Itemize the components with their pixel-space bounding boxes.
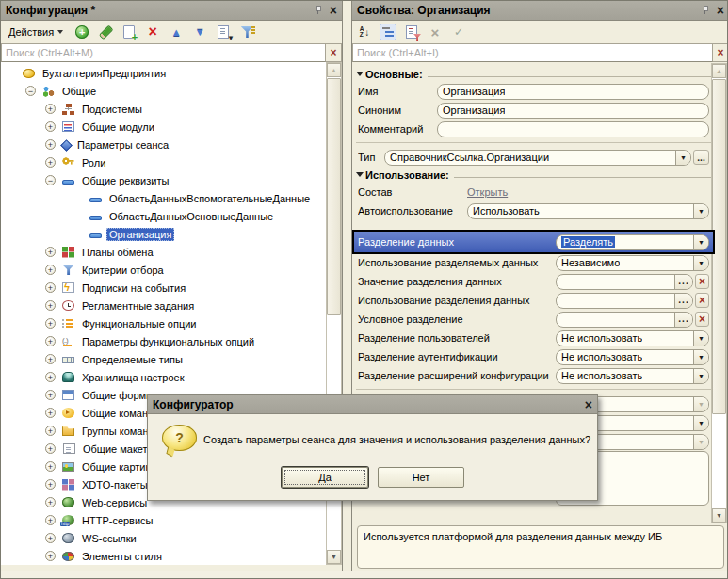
- expand-toggle-icon[interactable]: +: [45, 265, 56, 275]
- expand-toggle-icon[interactable]: −: [25, 86, 36, 96]
- property-field[interactable]: Разделять: [556, 234, 709, 250]
- expand-toggle-icon[interactable]: +: [45, 533, 56, 543]
- scroll-up-icon[interactable]: ▲: [327, 63, 341, 77]
- section-header[interactable]: Основные:: [354, 66, 713, 82]
- dropdown-arrow-icon[interactable]: [693, 369, 708, 383]
- tree-item[interactable]: −Общие: [1, 82, 327, 100]
- expand-toggle-icon[interactable]: +: [45, 461, 56, 472]
- property-field[interactable]: Организация: [437, 103, 709, 119]
- no-button[interactable]: Нет: [378, 467, 464, 488]
- clear-value-icon[interactable]: [695, 274, 709, 289]
- dropdown-arrow-icon[interactable]: [693, 256, 708, 270]
- expand-toggle-icon[interactable]: −: [45, 175, 56, 185]
- sort-az-icon[interactable]: [356, 24, 373, 40]
- expand-toggle-icon[interactable]: +: [45, 408, 56, 418]
- tree-item[interactable]: +Функциональные опции: [1, 314, 327, 332]
- expand-toggle-icon[interactable]: +: [45, 515, 56, 525]
- property-field[interactable]: Использовать: [467, 203, 709, 219]
- tree-item[interactable]: +Подписки на события: [1, 279, 327, 297]
- property-field[interactable]: СправочникСсылка.Организации: [384, 150, 691, 166]
- property-field[interactable]: [556, 274, 693, 290]
- clear-search-icon[interactable]: ×: [326, 43, 342, 62]
- scroll-up-icon[interactable]: ▲: [712, 64, 726, 78]
- tree-item[interactable]: +Планы обмена: [1, 243, 327, 261]
- tree-item[interactable]: +Роли: [1, 153, 327, 171]
- tree-item[interactable]: +ОбластьДанныхВспомогательныеДанные: [1, 189, 327, 207]
- move-down-icon[interactable]: [191, 24, 208, 40]
- expand-toggle-icon[interactable]: +: [45, 443, 56, 454]
- close-icon[interactable]: ×: [585, 398, 592, 411]
- expand-toggle-icon[interactable]: +: [45, 104, 56, 114]
- scroll-down-icon[interactable]: ▼: [327, 550, 341, 564]
- edit-icon[interactable]: [97, 24, 114, 40]
- ellipsis-button[interactable]: [674, 294, 692, 308]
- tree-item[interactable]: +Определяемые типы: [1, 350, 327, 368]
- search-input[interactable]: [1, 43, 326, 62]
- tree-item[interactable]: +HTTP-сервисы: [1, 511, 327, 529]
- scroll-down-icon[interactable]: ▼: [712, 508, 726, 523]
- copy-add-icon[interactable]: [121, 24, 138, 40]
- dropdown-arrow-icon[interactable]: [693, 204, 708, 218]
- expand-toggle-icon[interactable]: +: [45, 282, 56, 293]
- expand-toggle-icon[interactable]: +: [45, 300, 56, 311]
- section-header[interactable]: Использование:: [354, 167, 713, 183]
- property-field[interactable]: Не использовать: [556, 330, 709, 346]
- property-field[interactable]: Не использовать: [556, 349, 709, 365]
- expand-toggle-icon[interactable]: +: [45, 426, 56, 436]
- actions-menu-button[interactable]: Действия: [5, 24, 67, 40]
- clear-value-icon[interactable]: [695, 293, 709, 308]
- property-field[interactable]: Не использовать: [556, 368, 709, 384]
- clear-search-icon[interactable]: ×: [713, 43, 728, 62]
- filter-edit-icon[interactable]: [238, 24, 255, 40]
- expand-toggle-icon[interactable]: +: [45, 354, 56, 364]
- tree-item[interactable]: +Параметры сеанса: [1, 136, 327, 153]
- expand-toggle-icon[interactable]: +: [45, 551, 56, 561]
- clear-value-icon[interactable]: [695, 312, 709, 327]
- expand-toggle-icon[interactable]: +: [45, 318, 56, 329]
- dropdown-arrow-icon[interactable]: [693, 416, 708, 430]
- add-icon[interactable]: [73, 24, 90, 40]
- property-field[interactable]: [556, 293, 693, 309]
- properties-scrollbar[interactable]: ▲ ▼: [711, 63, 727, 523]
- expand-toggle-icon[interactable]: +: [45, 139, 56, 150]
- property-field[interactable]: [437, 121, 709, 137]
- tree-item[interactable]: +Регламентные задания: [1, 297, 327, 314]
- tree-item[interactable]: +WS-ссылки: [1, 529, 327, 547]
- tree-item[interactable]: +Подсистемы: [1, 100, 327, 118]
- close-icon[interactable]: ×: [717, 4, 724, 17]
- expand-toggle-icon[interactable]: +: [45, 336, 56, 346]
- scrollbar-thumb[interactable]: [327, 78, 341, 315]
- pin-icon[interactable]: [702, 6, 708, 15]
- tree-item[interactable]: −Общие реквизиты: [1, 171, 327, 189]
- ellipsis-button[interactable]: [693, 150, 709, 165]
- dropdown-arrow-icon[interactable]: [693, 331, 708, 346]
- move-up-icon[interactable]: [168, 24, 185, 40]
- expand-toggle-icon[interactable]: +: [45, 247, 56, 257]
- property-field[interactable]: [556, 312, 693, 328]
- ellipsis-button[interactable]: [674, 275, 692, 289]
- pin-icon[interactable]: [315, 6, 321, 15]
- tree-item[interactable]: +Критерии отбора: [1, 261, 327, 279]
- props-filter-icon[interactable]: [403, 24, 420, 40]
- categories-icon[interactable]: [380, 24, 396, 40]
- properties-search-input[interactable]: [352, 43, 713, 62]
- tree-item[interactable]: +БухгалтерияПредприятия: [1, 64, 327, 82]
- property-field[interactable]: Организация: [437, 84, 709, 100]
- expand-toggle-icon[interactable]: +: [45, 121, 56, 132]
- tree-item[interactable]: +Элементы стиля: [1, 547, 327, 565]
- ellipsis-button[interactable]: [674, 313, 692, 327]
- open-link[interactable]: Открыть: [467, 186, 508, 198]
- tree-item[interactable]: +Хранилища настроек: [1, 368, 327, 386]
- tree-item[interactable]: +Организация: [1, 225, 327, 243]
- expand-toggle-icon[interactable]: +: [45, 479, 56, 490]
- dropdown-arrow-icon[interactable]: [675, 151, 690, 165]
- yes-button[interactable]: Да: [282, 467, 368, 488]
- expand-toggle-icon[interactable]: +: [45, 157, 56, 168]
- dropdown-arrow-icon[interactable]: [693, 350, 708, 364]
- expand-toggle-icon[interactable]: +: [45, 372, 56, 382]
- delete-icon[interactable]: [144, 24, 161, 40]
- dropdown-arrow-icon[interactable]: [693, 235, 708, 249]
- tree-item[interactable]: +ОбластьДанныхОсновныеДанные: [1, 207, 327, 225]
- tree-item[interactable]: +Общие модули: [1, 118, 327, 136]
- property-field[interactable]: Независимо: [556, 255, 709, 271]
